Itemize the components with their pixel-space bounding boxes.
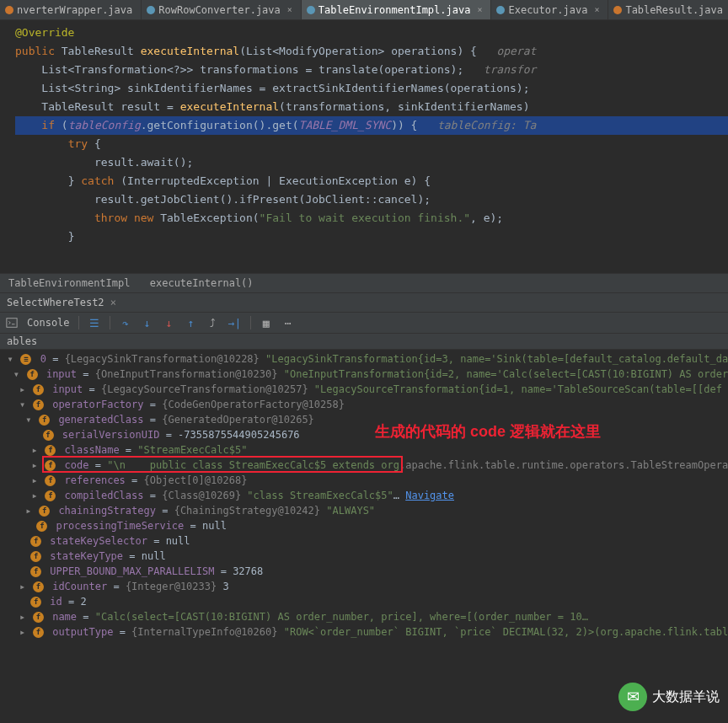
- navigate-link[interactable]: Navigate: [405, 490, 454, 501]
- var-row[interactable]: ▸ f compiledClass = {Class@10269} "class…: [0, 488, 728, 503]
- var-row[interactable]: ▸ f code = "\n public class StreamExecCa…: [0, 458, 728, 473]
- field-icon: f: [45, 460, 56, 471]
- field-icon: f: [33, 384, 44, 395]
- field-icon: f: [30, 597, 41, 608]
- field-icon: f: [45, 445, 56, 456]
- field-icon: f: [45, 475, 56, 486]
- field-icon: f: [27, 369, 38, 380]
- tab-3[interactable]: Executor.java×: [491, 0, 608, 19]
- field-icon: f: [39, 506, 50, 517]
- breadcrumb-class[interactable]: TableEnvironmentImpl: [8, 277, 131, 289]
- var-row[interactable]: ▸ f idCounter = {Integer@10233} 3: [0, 579, 728, 594]
- close-icon[interactable]: ×: [594, 5, 599, 14]
- expand-icon[interactable]: ▸: [19, 579, 27, 594]
- expand-icon[interactable]: ▸: [30, 458, 39, 473]
- debug-toolbar: Console ☰ ↷ ↓ ↓ ↑ ⤴ →| ▦ ⋯: [0, 313, 728, 334]
- var-row[interactable]: f processingTimeService = null: [0, 518, 728, 533]
- field-icon: f: [39, 415, 50, 426]
- var-row[interactable]: ▾ f input = {OneInputTransformation@1023…: [0, 367, 728, 382]
- field-icon: f: [45, 490, 56, 501]
- expand-icon[interactable]: ▸: [30, 442, 39, 458]
- field-icon: f: [33, 612, 44, 623]
- java-interface-icon: [5, 6, 13, 14]
- field-icon: f: [33, 581, 44, 592]
- field-icon: f: [30, 566, 41, 577]
- field-icon: f: [43, 430, 54, 441]
- breadcrumb[interactable]: TableEnvironmentImpl executeInternal(): [0, 273, 728, 293]
- field-icon: f: [30, 536, 41, 547]
- more-icon[interactable]: ⋯: [281, 316, 295, 329]
- field-icon: ≡: [20, 354, 31, 365]
- var-row[interactable]: ▾ f generatedClass = {GeneratedOperator@…: [0, 412, 728, 427]
- annotation-text: 生成的代码的 code 逻辑就在这里: [375, 424, 601, 439]
- var-row[interactable]: f serialVersionUID = -735587554490524567…: [0, 427, 728, 442]
- run-to-cursor-icon[interactable]: →|: [228, 316, 242, 329]
- var-row[interactable]: ▸ f chainingStrategy = {ChainingStrategy…: [0, 503, 728, 518]
- tab-2[interactable]: TableEnvironmentImpl.java×: [302, 0, 492, 19]
- var-row[interactable]: ▸ f name = "Calc(select=[CAST(10:BIGINT)…: [0, 609, 728, 624]
- step-force-icon[interactable]: ↓: [163, 316, 176, 329]
- expand-icon[interactable]: ▸: [19, 382, 27, 397]
- var-row[interactable]: ▸ f references = {Object[0]@10268}: [0, 473, 728, 488]
- debug-session-tab[interactable]: SelectWhereTest2 ×: [0, 293, 728, 313]
- var-row[interactable]: ▾ ≡ 0 = {LegacySinkTransformation@10228}…: [0, 351, 728, 367]
- code-editor[interactable]: @Override public TableResult executeInte…: [0, 20, 728, 273]
- var-row[interactable]: f id = 2: [0, 594, 728, 609]
- expand-icon[interactable]: ▸: [30, 488, 39, 503]
- console-button[interactable]: [5, 316, 19, 329]
- expand-icon[interactable]: ▸: [30, 473, 39, 488]
- expand-icon[interactable]: ▸: [19, 609, 27, 624]
- close-icon[interactable]: ×: [477, 5, 482, 14]
- java-class-icon: [496, 6, 505, 14]
- var-row[interactable]: ▸ f input = {LegacySourceTransformation@…: [0, 382, 728, 397]
- step-into-icon[interactable]: ↓: [141, 316, 154, 329]
- var-row[interactable]: ▾ f operatorFactory = {CodeGenOperatorFa…: [0, 397, 728, 412]
- var-row[interactable]: ▸ f className = "StreamExecCalc$5": [0, 442, 728, 458]
- threads-icon[interactable]: ☰: [88, 316, 101, 329]
- console-label[interactable]: Console: [27, 317, 70, 329]
- var-row[interactable]: f stateKeySelector = null: [0, 533, 728, 549]
- step-out-icon[interactable]: ↑: [185, 316, 198, 329]
- close-icon[interactable]: ×: [287, 5, 292, 14]
- var-row[interactable]: f UPPER_BOUND_MAX_PARALLELISM = 32768: [0, 564, 728, 579]
- svg-rect-0: [7, 319, 17, 328]
- breadcrumb-method[interactable]: executeInternal(): [150, 277, 254, 289]
- var-row[interactable]: f stateKeyType = null: [0, 549, 728, 564]
- step-icon[interactable]: ↷: [119, 316, 132, 329]
- collapse-icon[interactable]: ▾: [19, 397, 27, 412]
- java-class-icon: [307, 6, 315, 14]
- java-interface-icon: [613, 6, 622, 14]
- field-icon: f: [33, 399, 44, 410]
- var-row[interactable]: ▸ f outputType = {InternalTypeInfo@10260…: [0, 624, 728, 640]
- tab-0[interactable]: nverterWrapper.java: [0, 0, 142, 19]
- java-class-icon: [147, 6, 155, 14]
- file-tabs: nverterWrapper.java RowRowConverter.java…: [0, 0, 728, 20]
- collapse-icon[interactable]: ▾: [24, 412, 33, 427]
- evaluate-icon[interactable]: ▦: [260, 316, 273, 329]
- field-icon: f: [30, 551, 41, 562]
- collapse-icon[interactable]: ▾: [12, 367, 20, 382]
- wechat-icon: ✉: [618, 683, 647, 711]
- field-icon: f: [33, 627, 44, 638]
- variables-panel[interactable]: ▾ ≡ 0 = {LegacySinkTransformation@10228}…: [0, 350, 728, 641]
- collapse-icon[interactable]: ▾: [6, 351, 14, 367]
- field-icon: f: [36, 521, 47, 532]
- tab-1[interactable]: RowRowConverter.java×: [142, 0, 302, 19]
- tab-4[interactable]: TableResult.java: [608, 0, 728, 19]
- expand-icon[interactable]: ▸: [24, 503, 33, 518]
- variables-header: ables: [0, 334, 728, 350]
- expand-icon[interactable]: ▸: [19, 624, 27, 640]
- watermark: ✉ 大数据羊说: [618, 683, 720, 711]
- drop-frame-icon[interactable]: ⤴: [206, 316, 220, 329]
